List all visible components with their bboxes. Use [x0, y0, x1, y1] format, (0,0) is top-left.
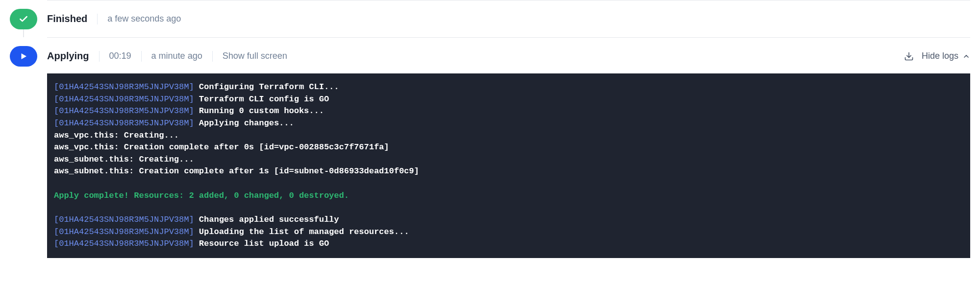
- log-line: aws_vpc.this: Creating...: [54, 130, 963, 142]
- log-prefix: [01HA42543SNJ98R3M5JNJPV38M]: [54, 118, 194, 128]
- log-line: Apply complete! Resources: 2 added, 0 ch…: [54, 190, 963, 202]
- meta-divider: [212, 51, 213, 62]
- log-text: Running 0 custom hooks...: [194, 106, 324, 116]
- stage-finished: Finished a few seconds ago: [10, 0, 970, 37]
- download-logs-button[interactable]: [904, 51, 914, 61]
- log-text: Configuring Terraform CLI...: [194, 82, 339, 92]
- meta-divider: [141, 51, 142, 62]
- log-text: Applying changes...: [194, 118, 294, 128]
- stage-title: Finished: [47, 13, 87, 24]
- log-prefix: [01HA42543SNJ98R3M5JNJPV38M]: [54, 94, 194, 104]
- logs-actions: Hide logs: [904, 51, 970, 61]
- show-full-screen-link[interactable]: Show full screen: [223, 51, 287, 61]
- log-line: aws_subnet.this: Creating...: [54, 154, 963, 166]
- log-prefix: [01HA42543SNJ98R3M5JNJPV38M]: [54, 227, 194, 236]
- stage-status-icon-applying[interactable]: [10, 46, 37, 67]
- log-line: [01HA42543SNJ98R3M5JNJPV38M] Applying ch…: [54, 118, 963, 130]
- meta-divider: [99, 51, 100, 62]
- log-line: [01HA42543SNJ98R3M5JNJPV38M] Uploading t…: [54, 226, 963, 238]
- timeline-icon-column: [10, 0, 37, 37]
- stage-time: a minute ago: [151, 51, 202, 61]
- stage-time: a few seconds ago: [107, 14, 181, 24]
- log-line: [01HA42543SNJ98R3M5JNJPV38M] Terraform C…: [54, 94, 963, 106]
- log-line: aws_vpc.this: Creation complete after 0s…: [54, 142, 963, 154]
- log-prefix: [01HA42543SNJ98R3M5JNJPV38M]: [54, 215, 194, 224]
- stage-meta: 00:19 a minute ago Show full screen: [99, 51, 287, 62]
- timeline-icon-column: [10, 37, 37, 266]
- log-line: [54, 178, 963, 190]
- log-line: [54, 202, 963, 214]
- timeline-connector: [23, 29, 24, 37]
- log-prefix: [01HA42543SNJ98R3M5JNJPV38M]: [54, 239, 194, 248]
- stage-finished-content: Finished a few seconds ago: [47, 0, 970, 37]
- log-line: aws_subnet.this: Creation complete after…: [54, 165, 963, 178]
- chevron-up-icon: [962, 52, 970, 60]
- log-line: [01HA42543SNJ98R3M5JNJPV38M] Resource li…: [54, 238, 963, 250]
- stage-status-icon-finished[interactable]: [10, 9, 37, 29]
- log-line: [01HA42543SNJ98R3M5JNJPV38M] Running 0 c…: [54, 105, 963, 118]
- stage-meta: a few seconds ago: [97, 14, 181, 24]
- download-icon: [904, 51, 914, 61]
- log-text: Changes applied successfully: [194, 215, 339, 224]
- stage-applying-content: Applying 00:19 a minute ago Show full sc…: [47, 37, 970, 266]
- stage-applying: Applying 00:19 a minute ago Show full sc…: [10, 37, 970, 266]
- log-text: Resource list upload is GO: [194, 239, 329, 248]
- stage-header: Finished a few seconds ago: [47, 8, 970, 29]
- log-terminal[interactable]: [01HA42543SNJ98R3M5JNJPV38M] Configuring…: [47, 73, 970, 258]
- hide-logs-label: Hide logs: [922, 51, 958, 61]
- svg-marker-0: [22, 53, 27, 59]
- log-prefix: [01HA42543SNJ98R3M5JNJPV38M]: [54, 82, 194, 92]
- meta-divider: [97, 14, 98, 24]
- hide-logs-button[interactable]: Hide logs: [922, 51, 970, 61]
- log-text: Terraform CLI config is GO: [194, 94, 329, 104]
- log-line: [01HA42543SNJ98R3M5JNJPV38M] Changes app…: [54, 214, 963, 226]
- stage-header: Applying 00:19 a minute ago Show full sc…: [47, 46, 970, 67]
- check-icon: [19, 14, 28, 24]
- log-prefix: [01HA42543SNJ98R3M5JNJPV38M]: [54, 106, 194, 116]
- stage-duration: 00:19: [109, 51, 131, 61]
- stage-title: Applying: [47, 50, 89, 62]
- play-icon: [19, 52, 28, 61]
- log-text: Uploading the list of managed resources.…: [194, 227, 409, 236]
- log-line: [01HA42543SNJ98R3M5JNJPV38M] Configuring…: [54, 81, 963, 94]
